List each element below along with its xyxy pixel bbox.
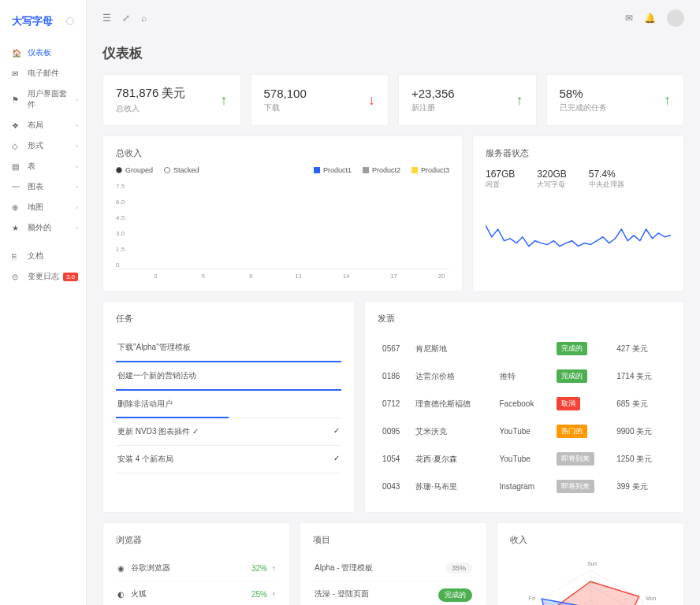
browser-row: ◉谷歌浏览器32%↑ xyxy=(116,555,277,581)
income-card: 收入 xyxy=(497,522,684,605)
legend-color-icon xyxy=(411,167,418,173)
nav-label: 图表 xyxy=(28,181,43,192)
check-icon: ✓ xyxy=(333,454,340,465)
chevron-icon: › xyxy=(76,163,78,170)
browsers-list: ◉谷歌浏览器32%↑◐火狐25%↑⊛IE浏览器16%↑⊚苹果浏览器13%↓○歌剧… xyxy=(116,555,277,605)
nav-label: 仪表板 xyxy=(28,47,51,58)
sidebar-item[interactable]: ▤表› xyxy=(0,156,86,176)
sidebar-item[interactable]: 〰图表› xyxy=(0,176,86,197)
legend-color-icon xyxy=(314,167,320,173)
stat-value: 781,876 美元 xyxy=(116,86,185,101)
server-stat: 320GB大写字母 xyxy=(537,169,566,190)
mode-stacked[interactable]: Stacked xyxy=(164,166,199,174)
nav-menu: 🏠仪表板✉电子邮件⚑用户界面套件›❖布局›◇形式›▤表›〰图表›⊕地图›★额外的… xyxy=(0,35,86,295)
stat-label: 下载 xyxy=(264,102,307,113)
check-icon: ✓ xyxy=(333,426,340,437)
project-row: 洗澡 - 登陆页面完成的 xyxy=(313,581,474,605)
bar-x-axis: 25811141720 xyxy=(116,273,449,280)
server-line-chart xyxy=(486,198,671,261)
sidebar-item[interactable]: ⊙变更日志3.0 xyxy=(0,266,86,287)
browsers-title: 浏览器 xyxy=(116,534,277,546)
sidebar-item[interactable]: ⚑用户界面套件› xyxy=(0,84,86,115)
task-item[interactable]: 删除非活动用户 xyxy=(116,391,341,418)
task-item[interactable]: 创建一个新的营销活动 xyxy=(116,362,341,391)
logo-ring-icon xyxy=(66,17,74,25)
table-row[interactable]: 1054花西·夏尔森YouTube即将到来1250 美元 xyxy=(379,446,669,472)
sidebar: 大写字母 🏠仪表板✉电子邮件⚑用户界面套件›❖布局›◇形式›▤表›〰图表›⊕地图… xyxy=(0,0,87,605)
projects-title: 项目 xyxy=(313,534,474,546)
task-item[interactable]: 更新 NVD3 图表插件 ✓✓ xyxy=(116,418,341,446)
project-status: 完成的 xyxy=(438,588,472,602)
projects-list: Alpha - 管理模板35%洗澡 - 登陆页面完成的现代 - 企业网站完成的e… xyxy=(313,555,474,605)
nav-icon: ◇ xyxy=(12,142,21,150)
bell-icon[interactable]: 🔔 xyxy=(644,13,656,24)
legend-item[interactable]: Product1 xyxy=(314,166,352,174)
server-stats: 167GB闲置320GB大写字母57.4%中央处理器 xyxy=(486,169,671,190)
table-row[interactable]: 0043苏珊·马布里Instagram即将到来399 美元 xyxy=(379,473,669,499)
status-badge: 即将到来 xyxy=(557,452,594,466)
mail-icon[interactable]: ✉ xyxy=(625,13,633,24)
search-icon[interactable]: ⌕ xyxy=(141,13,147,24)
nav-icon: ⊙ xyxy=(12,273,21,281)
project-row: Alpha - 管理模板35% xyxy=(313,555,474,581)
chevron-icon: › xyxy=(76,184,78,191)
legend-color-icon xyxy=(363,167,369,173)
sidebar-item[interactable]: ⊕地图› xyxy=(0,197,86,217)
sidebar-item[interactable]: ◇形式› xyxy=(0,135,86,156)
nav-icon: ⊕ xyxy=(12,203,21,212)
sidebar-item[interactable]: ✉电子邮件 xyxy=(0,63,86,84)
nav-label: 布局 xyxy=(28,120,43,131)
trend-up-icon: ↑ xyxy=(221,92,228,109)
sidebar-item[interactable]: ★额外的› xyxy=(0,217,86,238)
stat-card: 781,876 美元总收入↑ xyxy=(102,74,241,126)
browser-icon: ◉ xyxy=(117,564,125,573)
stat-value: 578,100 xyxy=(264,87,307,100)
stat-card: 58%已完成的任务↑ xyxy=(546,74,685,126)
nav-label: 用户界面套件 xyxy=(28,88,74,110)
svg-text:Sun: Sun xyxy=(587,561,597,566)
revenue-title: 总收入 xyxy=(116,147,449,159)
logo[interactable]: 大写字母 xyxy=(0,8,86,35)
server-title: 服务器状态 xyxy=(486,147,671,159)
trend-icon: ↑ xyxy=(272,591,275,598)
browser-icon: ◐ xyxy=(117,590,125,599)
server-status-card: 服务器状态 167GB闲置320GB大写字母57.4%中央处理器 xyxy=(472,135,684,291)
mode-grouped[interactable]: Grouped xyxy=(116,166,153,174)
radar-chart: SunMonTue WedThuFri xyxy=(512,555,669,605)
status-badge: 热门的 xyxy=(557,425,587,438)
sidebar-item[interactable]: ❖布局› xyxy=(0,115,86,135)
avatar[interactable] xyxy=(667,9,684,27)
legend-item[interactable]: Product2 xyxy=(363,166,400,174)
table-row[interactable]: 0712理查德伦斯福德Facebook取消685 美元 xyxy=(379,391,669,417)
sidebar-item[interactable]: 🏠仪表板 xyxy=(0,43,86,63)
main-content: ☰ ⤢ ⌕ ✉ 🔔 仪表板 781,876 美元总收入↑578,100下载↓+2… xyxy=(87,0,700,605)
table-row[interactable]: 0095艾米沃克YouTube热门的9900 美元 xyxy=(379,418,669,444)
stat-card: +23,356新注册↑ xyxy=(398,74,537,126)
chevron-icon: › xyxy=(76,96,78,103)
nav-icon: 🏠 xyxy=(12,49,21,58)
nav-icon: ✉ xyxy=(12,69,21,78)
status-badge: 取消 xyxy=(557,397,580,410)
browsers-card: 浏览器 ◉谷歌浏览器32%↑◐火狐25%↑⊛IE浏览器16%↑⊚苹果浏览器13%… xyxy=(102,522,290,605)
table-row[interactable]: 0186达雷尔价格推特完成的1714 美元 xyxy=(379,363,669,389)
task-item[interactable]: 安装 4 个新布局✓ xyxy=(116,446,341,473)
logo-text: 大写字母 xyxy=(12,14,53,28)
menu-icon[interactable]: ☰ xyxy=(102,13,111,24)
table-row[interactable]: 0567肯尼斯地完成的427 美元 xyxy=(379,336,669,362)
task-item[interactable]: 下载"Alpha"管理模板 xyxy=(116,334,341,362)
sidebar-item[interactable]: ⎘文档 xyxy=(0,246,86,266)
stat-label: 已完成的任务 xyxy=(560,102,607,113)
nav-icon: ▤ xyxy=(12,162,21,171)
stat-label: 总收入 xyxy=(116,103,185,114)
server-stat: 57.4%中央处理器 xyxy=(589,169,624,190)
expand-icon[interactable]: ⤢ xyxy=(122,13,130,24)
legend-item[interactable]: Product3 xyxy=(411,166,449,174)
bar-chart: 7.56.04.53.01.50 xyxy=(116,183,449,269)
page-title: 仪表板 xyxy=(102,44,684,62)
chevron-icon: › xyxy=(76,122,78,129)
stat-value: 58% xyxy=(560,87,607,100)
nav-label: 形式 xyxy=(28,140,43,151)
projects-card: 项目 Alpha - 管理模板35%洗澡 - 登陆页面完成的现代 - 企业网站完… xyxy=(300,522,487,605)
status-badge: 即将到来 xyxy=(557,480,594,493)
nav-label: 电子邮件 xyxy=(28,68,59,79)
